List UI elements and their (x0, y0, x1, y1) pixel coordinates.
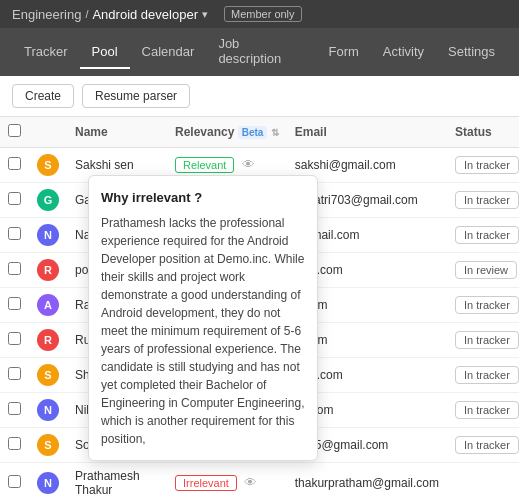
row-checkbox[interactable] (8, 297, 21, 310)
nav-item-pool[interactable]: Pool (80, 36, 130, 69)
relevancy-badge: Irrelevant (175, 475, 237, 491)
status-cell: In tracker (447, 148, 519, 183)
beta-badge: Beta (238, 126, 268, 139)
avatar: R (37, 329, 59, 351)
table-row: NPrathamesh ThakurIrrelevant 👁thakurprat… (0, 463, 519, 501)
status-cell: In tracker (447, 218, 519, 253)
nav-item-activity[interactable]: Activity (371, 36, 436, 69)
toolbar: Create Resume parser (0, 76, 519, 117)
avatar: G (37, 189, 59, 211)
table-container: Why irrelevant ? Prathamesh lacks the pr… (0, 117, 519, 500)
status-button[interactable]: In tracker (455, 226, 519, 244)
avatar: S (37, 434, 59, 456)
status-cell: In tracker (447, 358, 519, 393)
create-button[interactable]: Create (12, 84, 74, 108)
status-button[interactable]: In review (455, 261, 517, 279)
avatar: S (37, 154, 59, 176)
nav-item-form[interactable]: Form (317, 36, 371, 69)
row-checkbox[interactable] (8, 475, 21, 488)
dropdown-chevron-icon[interactable]: ▾ (202, 8, 208, 21)
header-email: Email (287, 117, 447, 148)
nav-item-calendar[interactable]: Calendar (130, 36, 207, 69)
row-checkbox[interactable] (8, 332, 21, 345)
row-checkbox[interactable] (8, 157, 21, 170)
sort-icon[interactable]: ⇅ (271, 127, 279, 138)
row-checkbox[interactable] (8, 227, 21, 240)
status-cell: In tracker (447, 323, 519, 358)
status-cell (447, 463, 519, 501)
avatar: A (37, 294, 59, 316)
row-checkbox[interactable] (8, 402, 21, 415)
row-checkbox[interactable] (8, 367, 21, 380)
row-checkbox[interactable] (8, 262, 21, 275)
status-cell: In tracker (447, 183, 519, 218)
nav-item-tracker[interactable]: Tracker (12, 36, 80, 69)
top-bar: Engineering / Android developer ▾ Member… (0, 0, 519, 28)
status-cell: In tracker (447, 288, 519, 323)
header-relevancy: Relevancy Beta ⇅ (167, 117, 287, 148)
avatar: S (37, 364, 59, 386)
breadcrumb: Engineering / Android developer ▾ (12, 7, 208, 22)
status-cell: In tracker (447, 393, 519, 428)
select-all-checkbox[interactable] (8, 124, 21, 137)
header-avatar-col (29, 117, 67, 148)
avatar: R (37, 259, 59, 281)
row-checkbox[interactable] (8, 437, 21, 450)
member-only-badge: Member only (224, 6, 302, 22)
status-cell: In review (447, 253, 519, 288)
avatar: N (37, 399, 59, 421)
candidate-name[interactable]: Prathamesh Thakur (67, 463, 167, 501)
candidate-email: thakurpratham@gmail.com (287, 463, 447, 501)
status-button[interactable]: In tracker (455, 366, 519, 384)
row-checkbox[interactable] (8, 192, 21, 205)
nav-item-job-description[interactable]: Job description (206, 28, 316, 76)
status-cell: In tracker (447, 428, 519, 463)
relevancy-cell: Irrelevant 👁 (167, 463, 287, 501)
table-header-row: Name Relevancy Beta ⇅ Email Status (0, 117, 519, 148)
tooltip-body: Prathamesh lacks the professional experi… (101, 214, 305, 448)
nav-item-settings[interactable]: Settings (436, 36, 507, 69)
status-button[interactable]: In tracker (455, 296, 519, 314)
status-button[interactable]: In tracker (455, 156, 519, 174)
breadcrumb-separator: / (85, 8, 88, 20)
status-button[interactable]: In tracker (455, 331, 519, 349)
status-button[interactable]: In tracker (455, 401, 519, 419)
status-button[interactable]: In tracker (455, 436, 519, 454)
irrelevant-tooltip: Why irrelevant ? Prathamesh lacks the pr… (88, 175, 318, 461)
header-status: Status (447, 117, 519, 148)
nav-bar: Tracker Pool Calendar Job description Fo… (0, 28, 519, 76)
status-button[interactable]: In tracker (455, 191, 519, 209)
eye-icon[interactable]: 👁 (241, 475, 258, 490)
breadcrumb-android-developer[interactable]: Android developer (92, 7, 198, 22)
header-name: Name (67, 117, 167, 148)
tooltip-title: Why irrelevant ? (101, 188, 305, 208)
avatar: N (37, 472, 59, 494)
relevancy-badge: Relevant (175, 157, 234, 173)
eye-icon[interactable]: 👁 (238, 157, 255, 172)
avatar: N (37, 224, 59, 246)
breadcrumb-engineering[interactable]: Engineering (12, 7, 81, 22)
resume-parser-button[interactable]: Resume parser (82, 84, 190, 108)
header-checkbox-col (0, 117, 29, 148)
